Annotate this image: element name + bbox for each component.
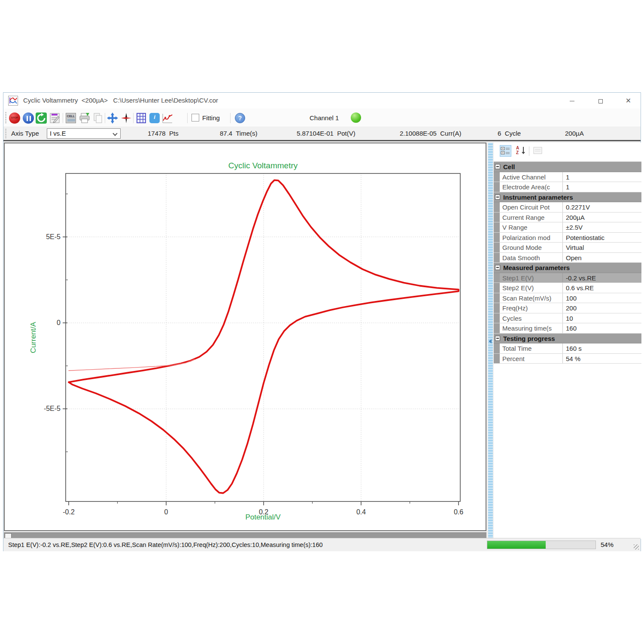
cv-chart[interactable]: -0.200.20.40.65E-50-5E-5Cyclic Voltammet… — [5, 143, 486, 529]
help-button[interactable]: ? — [234, 112, 246, 124]
channel-label: Channel 1 — [310, 114, 339, 122]
category-row[interactable]: Testing progress — [494, 334, 641, 344]
property-row[interactable]: Data SmoothOpen — [494, 253, 641, 263]
y-tick-label: 5E-5 — [46, 233, 61, 240]
edit-params-button[interactable] — [49, 112, 61, 124]
property-row[interactable]: Polarization modPotentiostatic — [494, 233, 641, 243]
property-value[interactable]: 0.2271V — [563, 202, 641, 212]
category-row[interactable]: Measured parameters — [494, 263, 641, 273]
property-row[interactable]: Step2 E(V)0.6 vs.RE — [494, 283, 641, 293]
stop-button[interactable]: STOP — [9, 112, 21, 124]
cell-icon: CELL — [66, 113, 76, 123]
x-tick-label: 0.6 — [454, 508, 463, 516]
property-toolbar-separator — [529, 146, 529, 156]
property-value[interactable]: 1 — [563, 172, 641, 182]
pause-icon — [23, 112, 34, 124]
y-axis-label: Current/A — [29, 322, 37, 353]
property-row[interactable]: Open Circuit Pot0.2271V — [494, 202, 641, 213]
readout-strip: Axis Type I vs.E 17478 Pts87.4 Time(s)5.… — [3, 127, 641, 140]
category-row[interactable]: Instrument parameters — [494, 192, 641, 203]
stop-icon: STOP — [9, 112, 20, 124]
property-row[interactable]: Scan Rate(mV/s)100 — [494, 293, 641, 304]
plot-border — [66, 173, 460, 501]
toolbar-separator — [63, 113, 63, 123]
sort-az-button[interactable]: AZ — [514, 145, 526, 157]
property-row[interactable]: Percent54 % — [494, 354, 641, 364]
property-label: Ground Mode — [500, 243, 563, 252]
help-icon: ? — [235, 113, 245, 123]
property-pages-button[interactable] — [532, 145, 544, 157]
collapse-icon[interactable] — [495, 336, 500, 341]
resize-grip[interactable] — [634, 544, 639, 550]
cell-button[interactable]: CELL — [65, 112, 77, 124]
property-value[interactable]: 160 s — [563, 343, 641, 353]
property-value[interactable]: -0.2 vs.RE — [563, 273, 641, 283]
channel-status-led — [351, 112, 361, 123]
property-value[interactable]: 200µA — [563, 213, 641, 222]
minimize-button[interactable] — [562, 93, 582, 109]
data-info-button[interactable]: i — [149, 112, 161, 124]
grid-button[interactable] — [135, 112, 147, 124]
x-tick-label: 0.4 — [356, 508, 366, 516]
status-text: Step1 E(V):-0.2 vs.RE,Step2 E(V):0.6 vs.… — [8, 541, 323, 548]
panel-splitter[interactable] — [488, 143, 493, 539]
property-value[interactable]: 1 — [563, 182, 641, 192]
collapse-icon[interactable] — [495, 194, 500, 200]
readout-field: 5.87104E-01 Pot(V) — [297, 130, 355, 137]
property-value[interactable]: Potentiostatic — [563, 233, 641, 243]
categorized-button[interactable] — [500, 145, 511, 157]
maximize-button[interactable] — [591, 93, 610, 109]
property-row[interactable]: Current Range200µA — [494, 213, 641, 223]
progress-percent: 54% — [601, 541, 614, 548]
property-label: Electrode Area(c — [500, 182, 563, 192]
readout-field: 6 Cycle — [498, 130, 521, 137]
property-value[interactable]: Open — [563, 253, 641, 263]
property-row[interactable]: Freq(Hz)200 — [494, 303, 641, 313]
close-button[interactable]: ✕ — [619, 93, 638, 109]
property-label: Step1 E(V) — [500, 273, 563, 283]
print-button[interactable] — [79, 112, 91, 124]
run-button[interactable] — [35, 112, 47, 124]
property-label: Data Smooth — [500, 253, 563, 263]
readout-field: 17478 Pts — [148, 130, 179, 137]
pause-button[interactable] — [22, 112, 34, 124]
readout-field: 2.10088E-05 Curr(A) — [400, 130, 461, 137]
collapse-icon[interactable] — [495, 265, 500, 270]
crosshair-button[interactable] — [120, 112, 132, 124]
category-row[interactable]: Cell — [494, 162, 641, 172]
property-row[interactable]: Measuring time(s160 — [494, 323, 641, 334]
y-tick-label: 0 — [57, 319, 61, 326]
pan-button[interactable] — [106, 112, 118, 124]
property-value[interactable]: 0.6 vs.RE — [563, 283, 641, 293]
property-row[interactable]: Step1 E(V)-0.2 vs.RE — [494, 273, 641, 283]
property-row[interactable]: Ground ModeVirtual — [494, 243, 641, 253]
fit-curve-button[interactable] — [161, 112, 173, 124]
property-row[interactable]: V Range±2.5V — [494, 222, 641, 233]
property-value[interactable]: 10 — [563, 313, 641, 323]
property-label: Total Time — [500, 343, 563, 353]
property-value[interactable]: Virtual — [563, 243, 641, 252]
fitting-label: Fitting — [202, 114, 220, 122]
property-value[interactable]: ±2.5V — [563, 222, 641, 232]
copy-icon — [92, 112, 104, 124]
collapse-icon[interactable] — [495, 164, 500, 169]
axis-type-label: Axis Type — [11, 130, 39, 137]
property-value[interactable]: 54 % — [563, 354, 641, 364]
toolbar-separator — [133, 113, 134, 123]
toolbar-separator — [230, 113, 231, 123]
property-row[interactable]: Total Time160 s — [494, 343, 641, 354]
axis-type-dropdown[interactable]: I vs.E — [47, 128, 121, 139]
splitter-collapse-icon[interactable] — [489, 339, 492, 343]
window-title: Cyclic Voltammetry <200µA> C:\Users\Hunt… — [23, 97, 218, 104]
content-area: -0.200.20.40.65E-50-5E-5Cyclic Voltammet… — [3, 140, 641, 538]
property-row[interactable]: Electrode Area(c1 — [494, 182, 641, 192]
copy-button[interactable] — [92, 112, 104, 124]
fitting-checkbox[interactable] — [191, 114, 199, 122]
property-value[interactable]: 160 — [563, 323, 641, 333]
toolbar-grip — [5, 112, 6, 124]
property-row[interactable]: Cycles10 — [494, 313, 641, 324]
property-row[interactable]: Active Channel1 — [494, 172, 641, 182]
edit-params-icon — [49, 112, 61, 124]
property-value[interactable]: 100 — [563, 293, 641, 303]
property-value[interactable]: 200 — [563, 303, 641, 313]
